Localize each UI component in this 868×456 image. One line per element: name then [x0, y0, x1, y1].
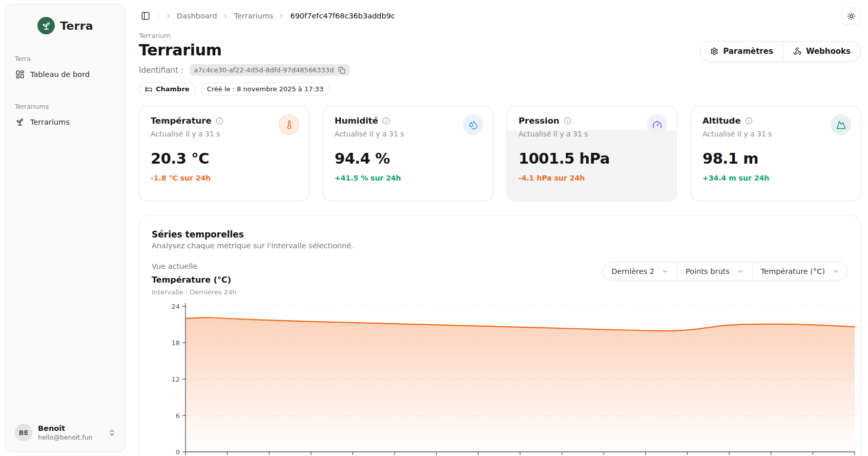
info-icon[interactable] — [216, 117, 223, 125]
user-name: Benoît — [38, 424, 93, 432]
area-chart-svg: 0612182409 nov., 22:0209 nov., 23:3010 n… — [152, 299, 855, 456]
metric-title: Humidité — [335, 116, 378, 126]
metric-value: 1001.5 hPa — [519, 150, 665, 167]
info-icon — [564, 117, 571, 125]
metric-title: Pression — [519, 116, 560, 126]
sidebar-item-terrariums[interactable]: Terrariums — [11, 113, 120, 131]
metric-icon-badge — [647, 114, 667, 135]
settings-button[interactable]: Paramètres — [700, 42, 783, 61]
webhooks-button-label: Webhooks — [806, 47, 851, 56]
sidebar-toggle-button[interactable] — [139, 9, 152, 23]
settings-button-label: Paramètres — [723, 47, 773, 56]
sprout-logo-icon — [37, 17, 55, 34]
temperature-area-chart: 0612182409 nov., 22:0209 nov., 23:3010 n… — [152, 299, 848, 456]
room-badge: Chambre — [139, 83, 196, 95]
breadcrumb: Dashboard Terrariums 690f7efc47f68c36b3a… — [165, 12, 395, 20]
info-icon[interactable] — [382, 117, 390, 125]
layout-dashboard-icon — [15, 70, 25, 79]
page-eyebrow: Terrarium — [139, 32, 861, 39]
select-value: Température (°C) — [761, 267, 825, 275]
info-icon[interactable] — [745, 117, 753, 125]
metric-select[interactable]: Température (°C) — [752, 263, 848, 280]
sidebar-section-terrariums: Terrariums — [6, 103, 125, 110]
sidebar: Terra Terra Tableau de bord Terrariums T… — [5, 4, 126, 452]
metric-delta: +34.4 m sur 24h — [702, 174, 849, 182]
chevron-right-icon — [165, 13, 172, 19]
chevron-right-icon — [278, 13, 285, 19]
page-header: Terrarium Terrarium Identifiant : a7c4ce… — [139, 32, 861, 95]
avatar: BE — [15, 424, 32, 441]
metric-card-altitude: AltitudeActualisé il y a 31 s98.1 m+34.4… — [691, 106, 861, 201]
chevron-down-icon — [832, 268, 839, 275]
breadcrumb-terrariums[interactable]: Terrariums — [234, 12, 274, 20]
chevron-right-icon — [165, 13, 172, 19]
metric-card-pressure: PressionActualisé il y a 31 s1001.5 hPa-… — [507, 106, 677, 201]
svg-text:18: 18 — [171, 339, 180, 347]
metric-delta: -4.1 hPa sur 24h — [519, 174, 665, 182]
bed-icon — [145, 86, 152, 93]
user-menu-button[interactable]: BE Benoît hello@benoit.fun — [11, 419, 120, 446]
gauge-icon — [652, 120, 662, 130]
current-view-label: Vue actuelle — [152, 262, 237, 270]
metric-title: Température — [151, 116, 212, 126]
metric-card-temperature: TempératureActualisé il y a 31 s20.3 °C-… — [139, 106, 309, 201]
sidebar-item-tableau-de-bord[interactable]: Tableau de bord — [11, 66, 120, 83]
chevron-right-icon — [278, 13, 285, 19]
timeseries-subtitle: Analysez chaque métrique sur l'intervall… — [152, 242, 848, 250]
main-content: Dashboard Terrariums 690f7efc47f68c36b3a… — [126, 0, 868, 456]
sidebar-item-label: Terrariums — [30, 118, 70, 126]
info-icon[interactable] — [564, 117, 571, 125]
breadcrumb-terrarium-id: 690f7efc47f68c36b3addb9c — [290, 12, 395, 20]
metric-title: Altitude — [702, 116, 741, 126]
topbar: Dashboard Terrariums 690f7efc47f68c36b3a… — [139, 0, 861, 28]
theme-toggle-button[interactable] — [841, 7, 861, 25]
metric-value: 98.1 m — [702, 150, 849, 167]
mountain-icon — [836, 120, 846, 130]
chart-interval-label: Intervalle : Dernières 24h — [152, 288, 237, 296]
info-icon — [382, 117, 390, 125]
info-icon — [216, 117, 223, 125]
metric-card-humidity: HumiditéActualisé il y a 31 s94.4 %+41.5… — [323, 106, 493, 201]
svg-text:0: 0 — [176, 448, 180, 456]
chevron-right-icon — [222, 13, 229, 19]
metric-updated: Actualisé il y a 31 s — [702, 130, 849, 138]
metric-value: 20.3 °C — [151, 150, 297, 167]
sidebar-section-terra: Terra — [6, 55, 125, 63]
divider — [158, 11, 159, 21]
metric-icon-badge — [279, 114, 299, 135]
app-logo: Terra — [6, 5, 125, 48]
chevrons-up-down-icon — [108, 429, 116, 437]
identifier-label: Identifiant : — [139, 66, 183, 75]
panel-left-icon — [141, 11, 150, 21]
sprout-icon — [15, 117, 25, 127]
header-actions: Paramètres Webhooks — [700, 41, 861, 62]
chevrons-up-down-icon — [108, 429, 116, 437]
timeseries-card: Séries temporelles Analysez chaque métri… — [139, 215, 861, 456]
interval-select[interactable]: Dernières 2 — [603, 263, 677, 280]
created-badge-label: Créé le : 8 novembre 2025 à 17:33 — [207, 85, 324, 93]
identifier-chip: a7c4ce30-af22-4d5d-8dfd-97d48566333d — [190, 64, 350, 76]
metric-updated: Actualisé il y a 31 s — [519, 130, 665, 138]
copy-icon — [338, 67, 345, 74]
metric-updated: Actualisé il y a 31 s — [151, 130, 297, 138]
chevron-right-icon — [222, 13, 229, 19]
select-value: Points bruts — [686, 267, 730, 275]
app-name: Terra — [60, 19, 93, 32]
sun-icon — [847, 12, 856, 21]
breadcrumb-dashboard[interactable]: Dashboard — [177, 12, 217, 20]
metric-cards-row: TempératureActualisé il y a 31 s20.3 °C-… — [139, 106, 861, 201]
granularity-select[interactable]: Points bruts — [677, 263, 752, 280]
select-value: Dernières 2 — [611, 267, 654, 275]
timeseries-title: Séries temporelles — [152, 229, 848, 240]
metric-value: 94.4 % — [335, 150, 481, 167]
webhooks-button[interactable]: Webhooks — [783, 42, 860, 61]
user-email: hello@benoit.fun — [38, 433, 93, 441]
chart-controls: Dernières 2Points brutsTempérature (°C) — [603, 262, 848, 281]
copy-id-button[interactable] — [338, 67, 345, 74]
svg-text:24: 24 — [171, 303, 180, 310]
room-badge-label: Chambre — [156, 85, 190, 93]
metric-updated: Actualisé il y a 31 s — [335, 130, 481, 138]
chevron-down-icon — [737, 268, 744, 275]
info-icon — [745, 117, 753, 125]
webhook-icon — [793, 47, 801, 55]
